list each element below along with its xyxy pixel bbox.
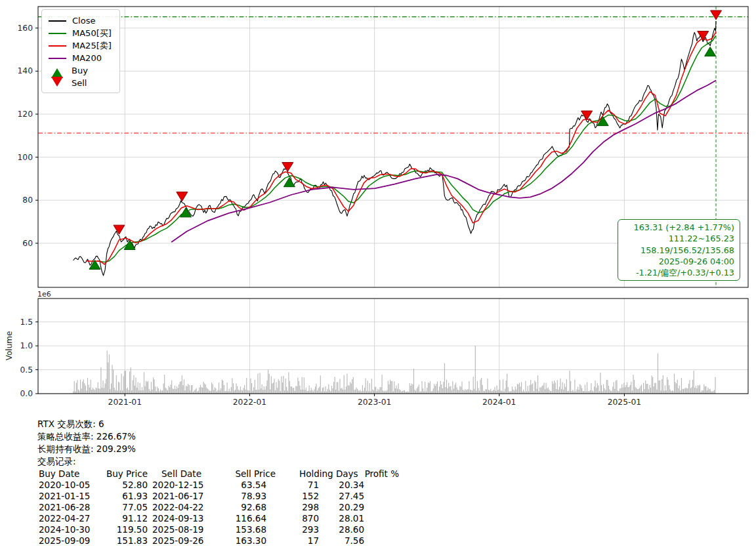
legend-label: MA200 bbox=[72, 53, 102, 63]
table-cell: 870 bbox=[266, 513, 319, 524]
legend-line-swatch bbox=[49, 20, 66, 22]
table-cell: 2025-09-09 bbox=[37, 535, 102, 547]
volume-ytick-label: 1.0 bbox=[20, 341, 33, 350]
annotation-line: 158.19/156.52/135.68 bbox=[622, 245, 734, 256]
price-ytick-label: 60 bbox=[22, 239, 33, 248]
summary-line: 交易记录: bbox=[37, 455, 402, 468]
table-cell: 298 bbox=[266, 502, 319, 513]
table-cell: 52.80 bbox=[102, 480, 148, 491]
summary-line: RTX 交易次数: 6 bbox=[37, 418, 402, 430]
volume-offset-label: 1e6 bbox=[37, 290, 51, 299]
sell-marker bbox=[711, 10, 722, 20]
x-tick-label: 2025-01 bbox=[608, 398, 641, 407]
table-cell: 78.93 bbox=[219, 491, 266, 502]
table-cell: 92.68 bbox=[219, 502, 266, 513]
sell-marker bbox=[581, 111, 593, 120]
table-cell: 2022-04-22 bbox=[148, 502, 219, 513]
table-cell: 2025-08-19 bbox=[148, 524, 219, 535]
table-cell: 77.05 bbox=[102, 502, 148, 513]
annotation-line: 163.31 (+2.84 +1.77%) bbox=[622, 222, 734, 233]
table-cell: 28.01 bbox=[319, 513, 364, 524]
table-cell: 116.64 bbox=[219, 513, 266, 524]
table-cell: 17 bbox=[266, 535, 319, 547]
table-header-row: Buy DateBuy PriceSell DateSell PriceHold… bbox=[37, 468, 402, 480]
volume-axis-label-text: Volume bbox=[5, 331, 14, 361]
table-cell: 152 bbox=[266, 491, 319, 502]
legend-line-swatch bbox=[49, 58, 66, 59]
legend-item: Close bbox=[49, 14, 112, 27]
x-tick-label: 2021-01 bbox=[108, 398, 142, 407]
table-header-cell: Sell Date bbox=[157, 468, 228, 480]
table-cell: 2020-10-05 bbox=[37, 480, 102, 491]
summary-block: RTX 交易次数: 6策略总收益率: 226.67%长期持有收益: 209.29… bbox=[37, 418, 402, 468]
table-cell: 2022-04-27 bbox=[37, 513, 102, 524]
figure: 60801001201401600.00.51.01.52021-012022-… bbox=[0, 0, 756, 557]
sell-marker bbox=[698, 31, 709, 41]
table-cell: 2021-06-28 bbox=[37, 502, 102, 513]
price-ytick-label: 140 bbox=[18, 66, 33, 75]
legend-label: Buy bbox=[72, 66, 88, 75]
volume-ytick-label: 1.5 bbox=[20, 318, 33, 327]
annotation-line: 2025-09-26 04:00 bbox=[622, 256, 734, 267]
buy-marker bbox=[284, 178, 295, 187]
legend-item: MA50[买] bbox=[49, 27, 112, 39]
table-cell: 2025-09-26 bbox=[148, 535, 219, 547]
table-cell: 2021-06-17 bbox=[148, 491, 219, 502]
table-cell: 163.30 bbox=[219, 535, 266, 547]
table-cell: 119.50 bbox=[102, 524, 148, 535]
sell-marker bbox=[177, 192, 188, 201]
sell-marker-icon bbox=[51, 77, 63, 87]
legend-line-swatch bbox=[49, 45, 66, 47]
table-row: 2020-10-0552.802020-12-1563.547120.34 bbox=[37, 480, 402, 491]
legend-item: Buy bbox=[49, 64, 112, 77]
table-cell: 151.83 bbox=[102, 535, 148, 547]
table-cell: 2024-09-13 bbox=[148, 513, 219, 524]
table-cell: 153.68 bbox=[219, 524, 266, 535]
table-row: 2021-06-2877.052022-04-2292.6829820.29 bbox=[37, 502, 402, 513]
volume-ytick-label: 0.0 bbox=[20, 389, 33, 398]
strategy-report: RTX 交易次数: 6策略总收益率: 226.67%长期持有收益: 209.29… bbox=[37, 418, 402, 547]
table-cell: 20.29 bbox=[319, 502, 364, 513]
table-cell: 28.60 bbox=[319, 524, 364, 535]
table-row: 2025-09-09151.832025-09-26163.30177.56 bbox=[37, 535, 402, 547]
annotation-line: -1.21/偏空/+0.33/+0.13 bbox=[622, 267, 734, 278]
price-ytick-label: 100 bbox=[18, 153, 33, 162]
annotation-line: 111.22~165.23 bbox=[622, 233, 734, 244]
table-cell: 91.12 bbox=[102, 513, 148, 524]
table-cell: 2021-01-15 bbox=[37, 491, 102, 502]
table-header-cell: Sell Price bbox=[228, 468, 299, 480]
table-cell: 61.93 bbox=[102, 491, 148, 502]
table-header-cell: Profit % bbox=[354, 468, 402, 480]
table-cell: 2020-12-15 bbox=[148, 480, 219, 491]
table-header-cell: Holding Days bbox=[299, 468, 354, 480]
chart-legend: CloseMA50[买]MA25[卖]MA200BuySell bbox=[41, 9, 120, 93]
price-ytick-label: 160 bbox=[18, 24, 33, 33]
x-tick-label: 2022-01 bbox=[233, 398, 266, 407]
legend-line-swatch bbox=[49, 33, 66, 34]
table-row: 2024-10-30119.502025-08-19153.6829328.60 bbox=[37, 524, 402, 535]
table-header-cell: Buy Price bbox=[102, 468, 157, 480]
table-cell: 20.34 bbox=[319, 480, 364, 491]
legend-label: MA25[卖] bbox=[72, 40, 112, 52]
legend-label: Sell bbox=[72, 78, 87, 88]
table-cell: 293 bbox=[266, 524, 319, 535]
legend-label: Close bbox=[72, 16, 95, 26]
ma200-line bbox=[171, 81, 716, 243]
summary-line: 策略总收益率: 226.67% bbox=[37, 430, 402, 443]
table-cell: 27.45 bbox=[319, 491, 364, 502]
table-cell: 2024-10-30 bbox=[37, 524, 102, 535]
table-header-cell: Buy Date bbox=[37, 468, 102, 480]
table-row: 2022-04-2791.122024-09-13116.6487028.01 bbox=[37, 513, 402, 524]
quote-annotation-box: 163.31 (+2.84 +1.77%)111.22~165.23158.19… bbox=[618, 219, 740, 281]
table-cell: 71 bbox=[266, 480, 319, 491]
trades-table: Buy DateBuy PriceSell DateSell PriceHold… bbox=[37, 468, 402, 547]
gridlines bbox=[38, 7, 748, 394]
axis-ticks bbox=[35, 28, 624, 396]
sell-marker bbox=[282, 163, 293, 172]
table-row: 2021-01-1561.932021-06-1778.9315227.45 bbox=[37, 491, 402, 502]
x-tick-label: 2024-01 bbox=[482, 398, 516, 407]
legend-label: MA50[买] bbox=[72, 28, 112, 39]
table-cell: 7.56 bbox=[319, 535, 364, 547]
legend-item: MA25[卖] bbox=[49, 39, 112, 52]
price-ytick-label: 80 bbox=[22, 196, 33, 205]
